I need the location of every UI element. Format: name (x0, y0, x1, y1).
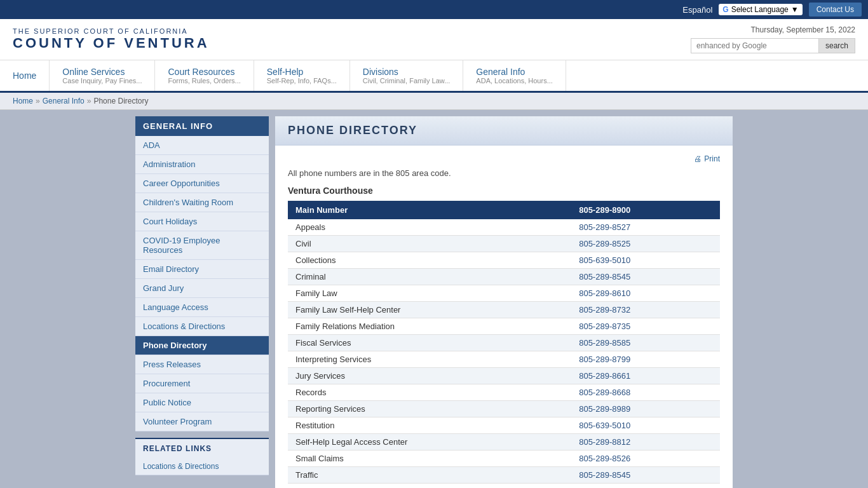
table-row: Small Claims805-289-8526 (288, 451, 720, 467)
dept-cell: Family Law (288, 285, 571, 302)
nav-online-services-title: Online Services (62, 67, 142, 77)
area-code-note: All phone numbers are in the 805 area co… (288, 168, 720, 178)
phone-cell: 805-289-8668 (571, 384, 720, 401)
sidebar-item-volunteer[interactable]: Volunteer Program (135, 412, 269, 431)
dept-cell: Collections (288, 252, 571, 269)
nav-item-general-info[interactable]: General Info ADA, Locations, Hours... (463, 60, 566, 91)
phone-cell: 805-289-8545 (571, 467, 720, 484)
phone-cell: 805-289-8735 (571, 318, 720, 335)
sidebar-item-grand-jury[interactable]: Grand Jury (135, 279, 269, 298)
sidebar-item-court-holidays[interactable]: Court Holidays (135, 212, 269, 231)
content-body: 🖨 Print All phone numbers are in the 805… (275, 146, 733, 488)
sidebar-item-press-releases[interactable]: Press Releases (135, 355, 269, 374)
phone-cell: 805-289-8812 (571, 434, 720, 451)
header: THE SUPERIOR COURT OF CALIFORNIA COUNTY … (0, 19, 868, 60)
nav-divisions-title: Divisions (363, 67, 451, 77)
table-row: Self-Help Legal Access Center805-289-881… (288, 434, 720, 451)
table-row: Restitution805-639-5010 (288, 417, 720, 434)
nav-court-resources-title: Court Resources (168, 67, 240, 77)
main-layout: GENERAL INFO ADAAdministrationCareer Opp… (129, 110, 739, 488)
sidebar-item-language-access[interactable]: Language Access (135, 298, 269, 317)
nav-item-home[interactable]: Home (0, 60, 50, 91)
dept-cell: Jury Services (288, 368, 571, 384)
search-button[interactable]: search (818, 39, 855, 53)
phone-cell: 805-289-8661 (571, 368, 720, 384)
nav-item-divisions[interactable]: Divisions Civil, Criminal, Family Law... (350, 60, 464, 91)
table-row: Appeals805-289-8527 (288, 219, 720, 236)
table-row: Interpreting Services805-289-8799 (288, 351, 720, 368)
sidebar-item-covid-19[interactable]: COVID-19 Employee Resources (135, 231, 269, 260)
table-row: Family Law805-289-8610 (288, 285, 720, 302)
top-bar: Español G Select Language ▼ Contact Us (0, 0, 868, 19)
sidebar-item-ada[interactable]: ADA (135, 136, 269, 155)
espanol-link[interactable]: Español (682, 5, 712, 15)
phone-cell: 805-289-8525 (571, 236, 720, 252)
dept-cell: Reporting Services (288, 401, 571, 417)
phone-cell: 805-289-8585 (571, 335, 720, 351)
dept-cell: Appeals (288, 219, 571, 236)
sidebar-item-procurement[interactable]: Procurement (135, 374, 269, 393)
phone-cell: 805-289-8732 (571, 302, 720, 318)
nav-divisions-sub: Civil, Criminal, Family Law... (363, 77, 451, 85)
phone-cell: 805-289-8989 (571, 401, 720, 417)
phone-cell: 805-289-8799 (571, 351, 720, 368)
sidebar-item-career-opportunities[interactable]: Career Opportunities (135, 174, 269, 193)
current-date: Thursday, September 15, 2022 (750, 25, 855, 34)
dept-cell: Family Relations Mediation (288, 318, 571, 335)
header-right: Thursday, September 15, 2022 search (691, 25, 855, 53)
main-nav: Home Online Services Case Inquiry, Pay F… (0, 60, 868, 93)
dept-cell: Restitution (288, 417, 571, 434)
breadcrumb: Home » General Info » Phone Directory (0, 93, 868, 110)
search-input[interactable] (691, 39, 818, 53)
sidebar-item-administration[interactable]: Administration (135, 155, 269, 174)
print-button[interactable]: 🖨 Print (694, 154, 720, 163)
phone-table: Main Number 805-289-8900 Appeals805-289-… (288, 201, 720, 484)
phone-cell: 805-289-8526 (571, 451, 720, 467)
table-header-phone: 805-289-8900 (571, 201, 720, 219)
courthouse-name: Ventura Courthouse (288, 186, 720, 196)
court-name-line1: THE SUPERIOR COURT OF CALIFORNIA (13, 27, 210, 35)
breadcrumb-home[interactable]: Home (13, 97, 33, 105)
contact-us-button[interactable]: Contact Us (809, 3, 862, 17)
select-language-label: Select Language (731, 5, 789, 14)
nav-general-info-title: General Info (476, 67, 552, 77)
nav-item-self-help[interactable]: Self-Help Self-Rep, Info, FAQs... (254, 60, 350, 91)
content-area: PHONE DIRECTORY 🖨 Print All phone number… (275, 116, 733, 488)
print-link: 🖨 Print (288, 154, 720, 163)
breadcrumb-general-info[interactable]: General Info (43, 97, 85, 105)
related-links-items: Locations & Directions (135, 458, 269, 475)
sidebar-item-email-directory[interactable]: Email Directory (135, 260, 269, 279)
nav-home-label: Home (13, 71, 36, 81)
phone-cell: 805-639-5010 (571, 252, 720, 269)
breadcrumb-current: Phone Directory (93, 97, 148, 105)
sidebar-items: ADAAdministrationCareer OpportunitiesChi… (135, 136, 269, 431)
phone-table-body: Appeals805-289-8527Civil805-289-8525Coll… (288, 219, 720, 484)
print-icon: 🖨 (694, 154, 702, 163)
nav-item-online-services[interactable]: Online Services Case Inquiry, Pay Fines.… (50, 60, 155, 91)
nav-self-help-sub: Self-Rep, Info, FAQs... (267, 77, 337, 85)
dept-cell: Family Law Self-Help Center (288, 302, 571, 318)
dept-cell: Criminal (288, 269, 571, 285)
dept-cell: Records (288, 384, 571, 401)
dept-cell: Self-Help Legal Access Center (288, 434, 571, 451)
sidebar-item-childrens-waiting-room[interactable]: Children's Waiting Room (135, 193, 269, 212)
logo: THE SUPERIOR COURT OF CALIFORNIA COUNTY … (13, 27, 210, 51)
table-row: Collections805-639-5010 (288, 252, 720, 269)
related-link-locations-directions-rel[interactable]: Locations & Directions (135, 458, 269, 475)
dept-cell: Civil (288, 236, 571, 252)
table-header-dept: Main Number (288, 201, 571, 219)
nav-item-court-resources[interactable]: Court Resources Forms, Rules, Orders... (155, 60, 254, 91)
language-selector[interactable]: G Select Language ▼ (719, 4, 802, 15)
table-row: Traffic805-289-8545 (288, 467, 720, 484)
sidebar-item-public-notice[interactable]: Public Notice (135, 393, 269, 412)
nav-self-help-title: Self-Help (267, 67, 337, 77)
sidebar-item-locations[interactable]: Locations & Directions (135, 317, 269, 336)
table-row: Jury Services805-289-8661 (288, 368, 720, 384)
sidebar-item-phone-directory[interactable]: Phone Directory (135, 336, 269, 355)
sidebar-header: GENERAL INFO (135, 116, 269, 136)
dept-cell: Small Claims (288, 451, 571, 467)
print-label: Print (704, 154, 720, 163)
nav-court-resources-sub: Forms, Rules, Orders... (168, 77, 240, 85)
phone-cell: 805-639-5010 (571, 417, 720, 434)
table-row: Family Relations Mediation805-289-8735 (288, 318, 720, 335)
